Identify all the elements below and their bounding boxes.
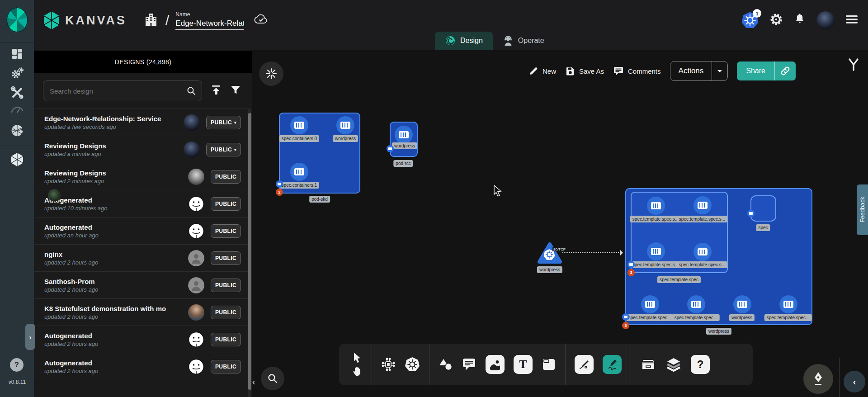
kubernetes-context-switcher[interactable]: 1 bbox=[741, 12, 759, 29]
lifecycle-gears-icon[interactable] bbox=[0, 66, 34, 80]
container-node[interactable] bbox=[779, 295, 797, 313]
notifications-bell-icon[interactable] bbox=[794, 13, 806, 28]
copy-link-icon[interactable] bbox=[775, 61, 796, 80]
container-node[interactable] bbox=[290, 163, 308, 181]
note-tool[interactable] bbox=[542, 358, 556, 371]
container-node[interactable] bbox=[733, 295, 751, 313]
node-label: spec.template.spec bbox=[657, 276, 701, 283]
visibility-badge[interactable]: PUBLIC▾ bbox=[206, 116, 241, 129]
zoom-button[interactable] bbox=[261, 367, 284, 390]
container-node[interactable] bbox=[693, 243, 712, 261]
feedback-tab[interactable]: Feedback bbox=[857, 184, 868, 235]
new-button[interactable]: New bbox=[528, 66, 556, 76]
visibility-badge[interactable]: PUBLIC bbox=[211, 279, 241, 292]
share-button[interactable]: Share bbox=[737, 61, 796, 80]
tab-design[interactable]: Design bbox=[435, 32, 493, 50]
pod-badge-icon[interactable] bbox=[387, 145, 394, 152]
kubernetes-tool[interactable] bbox=[405, 357, 420, 372]
pod-badge-icon[interactable] bbox=[627, 261, 635, 268]
design-list-item[interactable]: Autogenerated updated 2 hours ago PUBLIC bbox=[34, 326, 248, 353]
container-node[interactable] bbox=[693, 196, 712, 214]
node-label: wordpress bbox=[537, 266, 562, 273]
container-node[interactable] bbox=[290, 116, 308, 134]
design-list-item[interactable]: K8 Statefulset demonstration with mo upd… bbox=[34, 298, 248, 326]
error-badge[interactable]: 3 bbox=[622, 322, 629, 329]
comments-button[interactable]: Comments bbox=[613, 66, 661, 76]
component-shapes-tool[interactable] bbox=[381, 357, 396, 372]
pan-tool[interactable] bbox=[352, 366, 363, 377]
freehand-draw-tool[interactable] bbox=[603, 355, 622, 374]
pod-badge-icon[interactable] bbox=[276, 180, 283, 188]
design-list-item[interactable]: Autogenerated updated 2 hours ago PUBLIC bbox=[34, 353, 248, 380]
panel-scrollbar-thumb[interactable] bbox=[248, 113, 251, 390]
meshery-logo[interactable] bbox=[6, 7, 28, 33]
comment-tool[interactable] bbox=[462, 358, 476, 371]
user-avatar[interactable] bbox=[816, 11, 835, 29]
visibility-badge[interactable]: PUBLIC bbox=[211, 224, 241, 238]
chevron-down-icon[interactable] bbox=[712, 61, 727, 80]
design-list-item[interactable]: Edge-Network-Relationship: Service updat… bbox=[34, 109, 248, 136]
error-badge[interactable]: 3 bbox=[627, 269, 635, 276]
design-list-item[interactable]: Reviewing Designs updated 2 minutes ago … bbox=[34, 163, 248, 190]
design-list-item[interactable]: Santhosh-Prom updated 2 hours ago PUBLIC bbox=[34, 271, 248, 298]
collapse-left-icon[interactable]: ‹ bbox=[252, 377, 255, 387]
service-edge[interactable] bbox=[562, 252, 622, 253]
media-tool[interactable] bbox=[486, 355, 505, 374]
container-node[interactable] bbox=[647, 242, 665, 260]
dock-toggle-button[interactable] bbox=[259, 61, 283, 86]
search-input[interactable] bbox=[49, 87, 186, 95]
visibility-badge[interactable]: PUBLIC bbox=[211, 251, 241, 265]
container-node[interactable] bbox=[641, 295, 659, 313]
filter-funnel-icon[interactable] bbox=[230, 85, 241, 97]
toolkit-icon[interactable] bbox=[0, 86, 34, 99]
dashboard-icon[interactable] bbox=[0, 47, 34, 60]
settings-gear-icon[interactable] bbox=[769, 13, 783, 28]
design-list-item[interactable]: Reviewing Designs updated a minute ago P… bbox=[34, 136, 248, 163]
design-list-item[interactable]: Autogenerated updated an hour ago PUBLIC bbox=[34, 217, 248, 244]
design-list-item[interactable]: nginx updated 2 hours ago PUBLIC bbox=[34, 244, 248, 271]
visibility-badge[interactable]: PUBLIC▾ bbox=[206, 143, 241, 156]
visibility-badge[interactable]: PUBLIC bbox=[211, 306, 241, 319]
visibility-badge[interactable]: PUBLIC bbox=[211, 170, 241, 184]
help-tool[interactable]: ? bbox=[691, 355, 710, 374]
visibility-badge[interactable]: PUBLIC bbox=[211, 197, 241, 211]
tab-operate[interactable]: Operate bbox=[493, 32, 554, 50]
node-service-wordpress[interactable] bbox=[537, 241, 562, 267]
design-search[interactable] bbox=[43, 80, 202, 101]
drawer-tool[interactable] bbox=[640, 358, 656, 371]
container-node[interactable] bbox=[336, 116, 354, 134]
signature-pen-button[interactable] bbox=[803, 364, 833, 394]
validator-y-icon[interactable] bbox=[847, 57, 860, 74]
visibility-badge[interactable]: PUBLIC bbox=[211, 360, 241, 373]
actions-dropdown[interactable]: Actions bbox=[670, 61, 728, 81]
pod-badge-icon[interactable] bbox=[747, 210, 755, 217]
shapes-tool[interactable] bbox=[439, 358, 453, 371]
organization-icon[interactable] bbox=[145, 12, 157, 28]
kanvas-brand[interactable]: KANVAS bbox=[42, 10, 127, 30]
design-name-input[interactable] bbox=[175, 19, 244, 30]
expand-panel-handle[interactable]: › bbox=[25, 324, 35, 350]
save-as-button[interactable]: Save As bbox=[565, 66, 604, 76]
collapse-right-button[interactable]: ‹ bbox=[844, 371, 865, 392]
help-button[interactable]: ? bbox=[10, 358, 24, 372]
pod-badge-icon[interactable] bbox=[622, 313, 629, 321]
comments-icon bbox=[613, 66, 624, 76]
app-version: v0.8.11 bbox=[0, 379, 34, 385]
node-spec[interactable] bbox=[750, 195, 776, 222]
import-design-icon[interactable] bbox=[210, 84, 222, 98]
node-spec-template-spec[interactable]: 3 bbox=[631, 192, 728, 273]
error-badge[interactable]: 2 bbox=[276, 189, 283, 196]
edge-pen-tool[interactable] bbox=[575, 355, 594, 374]
text-tool[interactable]: T bbox=[514, 355, 533, 374]
container-node[interactable] bbox=[395, 126, 413, 144]
meshsync-icon[interactable] bbox=[0, 124, 34, 137]
container-node[interactable] bbox=[687, 295, 705, 313]
container-node[interactable] bbox=[647, 197, 665, 215]
performance-icon[interactable] bbox=[0, 105, 34, 115]
layers-tool[interactable] bbox=[665, 357, 682, 372]
kanvas-hexagon-icon[interactable] bbox=[0, 152, 34, 167]
hamburger-menu-icon[interactable] bbox=[845, 14, 858, 26]
select-tool[interactable] bbox=[352, 352, 362, 363]
design-list-item[interactable]: Autogenerated updated 10 minutes ago PUB… bbox=[34, 190, 248, 217]
visibility-badge[interactable]: PUBLIC bbox=[211, 333, 241, 346]
